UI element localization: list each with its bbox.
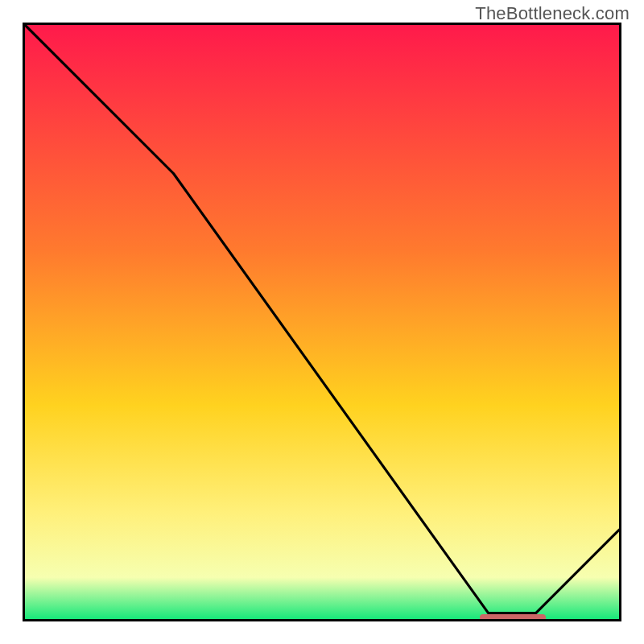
optimal-range-marker — [480, 614, 546, 621]
plot-area — [23, 23, 621, 621]
plot-svg — [25, 25, 619, 619]
watermark-text: TheBottleneck.com — [475, 3, 630, 24]
chart-frame: TheBottleneck.com — [0, 0, 644, 644]
